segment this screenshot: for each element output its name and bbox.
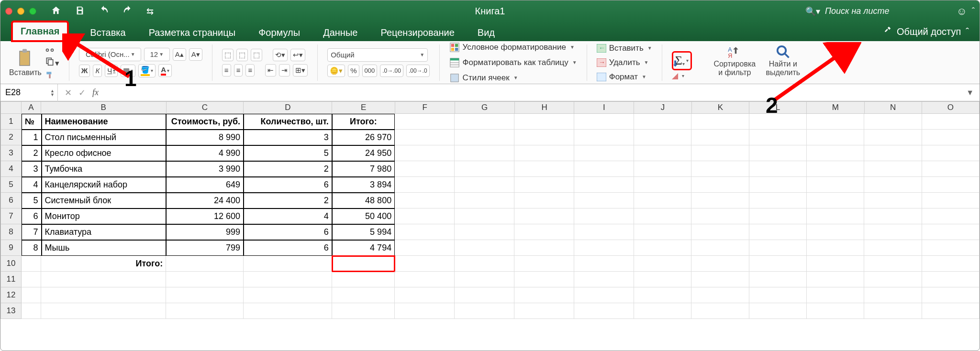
redo-icon[interactable] — [122, 5, 133, 18]
cell-G2[interactable] — [455, 130, 514, 145]
cell-F7[interactable] — [395, 208, 455, 224]
cell-L12[interactable] — [749, 287, 807, 303]
cell-K7[interactable] — [691, 208, 749, 224]
cell-A12[interactable] — [22, 287, 41, 303]
cell-L1[interactable] — [749, 114, 807, 130]
cell-A5[interactable]: 4 — [22, 177, 42, 193]
cell-J6[interactable] — [634, 193, 691, 208]
merge-button[interactable]: ⊞▾ — [293, 64, 308, 77]
align-bottom-button[interactable]: ⬚ — [251, 49, 262, 61]
cell-H10[interactable] — [514, 256, 574, 272]
cell-L10[interactable] — [749, 256, 807, 272]
cell-N10[interactable] — [864, 256, 922, 272]
column-header-I[interactable]: I — [574, 101, 634, 114]
align-middle-button[interactable]: ⬚ — [236, 49, 248, 61]
cell-K6[interactable] — [691, 193, 749, 208]
conditional-formatting-button[interactable]: Условное форматирование▼ — [449, 42, 577, 53]
clear-button[interactable]: ◢▾ — [672, 71, 684, 81]
column-header-G[interactable]: G — [455, 101, 515, 114]
cell-D12[interactable] — [244, 287, 332, 303]
cell-K1[interactable] — [691, 114, 749, 130]
cell-O10[interactable] — [922, 256, 980, 272]
cell-D2[interactable]: 3 — [244, 130, 332, 145]
cell-A3[interactable]: 2 — [22, 145, 42, 161]
format-as-table-button[interactable]: Форматировать как таблицу▼ — [449, 57, 577, 68]
wrap-text-button[interactable]: ↩▾ — [290, 49, 305, 61]
cell-E3[interactable]: 24 950 — [332, 145, 395, 161]
cell-F11[interactable] — [395, 272, 455, 287]
cell-E6[interactable]: 48 800 — [332, 193, 395, 208]
cell-I13[interactable] — [574, 303, 634, 319]
cell-N4[interactable] — [864, 161, 922, 177]
cell-E5[interactable]: 3 894 — [332, 177, 395, 193]
cell-K4[interactable] — [691, 161, 749, 177]
cell-B6[interactable]: Системный блок — [42, 193, 167, 208]
increase-indent-button[interactable]: ⇥ — [279, 64, 290, 77]
cell-H1[interactable] — [514, 114, 574, 130]
cell-H12[interactable] — [514, 287, 574, 303]
cell-O3[interactable] — [922, 145, 980, 161]
cell-A11[interactable] — [22, 272, 41, 287]
cell-B5[interactable]: Канцелярский набор — [42, 177, 167, 193]
row-header-9[interactable]: 9 — [0, 240, 22, 256]
cell-M12[interactable] — [807, 287, 864, 303]
cell-I10[interactable] — [574, 256, 634, 272]
cell-C12[interactable] — [166, 287, 244, 303]
expand-formula-bar-icon[interactable]: ▼ — [966, 88, 980, 97]
cell-I1[interactable] — [574, 114, 634, 130]
cell-I8[interactable] — [574, 224, 634, 240]
orientation-button[interactable]: ⟲▾ — [273, 49, 288, 61]
cell-L6[interactable] — [749, 193, 807, 208]
cell-F1[interactable] — [395, 114, 455, 130]
cell-K13[interactable] — [691, 303, 749, 319]
column-header-O[interactable]: O — [922, 101, 980, 114]
cell-D13[interactable] — [244, 303, 332, 319]
cell-K8[interactable] — [691, 224, 749, 240]
font-name-select[interactable]: Calibri (Осн...▼ — [79, 48, 141, 61]
cell-N7[interactable] — [864, 208, 922, 224]
cell-B8[interactable]: Клавиатура — [42, 224, 167, 240]
column-header-F[interactable]: F — [395, 101, 455, 114]
format-cells-button[interactable]: Формат▼ — [597, 72, 652, 82]
cell-C1[interactable]: Стоимость, руб. — [166, 114, 244, 130]
cell-M8[interactable] — [807, 224, 864, 240]
cell-B9[interactable]: Мышь — [42, 240, 167, 256]
cell-E2[interactable]: 26 970 — [332, 130, 395, 145]
cell-C3[interactable]: 4 990 — [166, 145, 244, 161]
decrease-indent-button[interactable]: ⇤ — [265, 64, 276, 77]
cell-J1[interactable] — [634, 114, 691, 130]
row-header-12[interactable]: 12 — [0, 287, 22, 303]
row-header-7[interactable]: 7 — [0, 208, 22, 224]
cell-G4[interactable] — [455, 161, 514, 177]
cell-N9[interactable] — [864, 240, 922, 256]
undo-icon[interactable] — [99, 5, 109, 18]
cell-N1[interactable] — [864, 114, 922, 130]
cell-F2[interactable] — [395, 130, 455, 145]
comma-button[interactable]: 000 — [362, 65, 378, 77]
column-header-D[interactable]: D — [244, 101, 332, 114]
cell-J2[interactable] — [634, 130, 691, 145]
cell-O5[interactable] — [922, 177, 980, 193]
cell-N12[interactable] — [864, 287, 922, 303]
column-header-C[interactable]: C — [167, 101, 244, 114]
cell-D3[interactable]: 5 — [244, 145, 332, 161]
cell-M13[interactable] — [807, 303, 864, 319]
cell-B11[interactable] — [41, 272, 166, 287]
cell-J5[interactable] — [634, 177, 691, 193]
tab-page-layout[interactable]: Разметка страницы — [147, 24, 237, 41]
row-header-10[interactable]: 10 — [0, 256, 22, 272]
font-size-select[interactable]: 12▼ — [144, 48, 170, 61]
cell-N8[interactable] — [864, 224, 922, 240]
cell-F6[interactable] — [395, 193, 455, 208]
tab-insert[interactable]: Вставка — [88, 24, 127, 41]
cell-F9[interactable] — [395, 240, 455, 256]
cell-M5[interactable] — [807, 177, 864, 193]
cell-L11[interactable] — [749, 272, 807, 287]
cell-A13[interactable] — [22, 303, 41, 319]
align-top-button[interactable]: ⬚ — [222, 49, 234, 61]
row-header-1[interactable]: 1 — [0, 114, 22, 130]
cell-N6[interactable] — [864, 193, 922, 208]
align-center-button[interactable]: ≡ — [234, 64, 243, 77]
tab-formulas[interactable]: Формулы — [256, 24, 302, 41]
cell-F8[interactable] — [395, 224, 455, 240]
